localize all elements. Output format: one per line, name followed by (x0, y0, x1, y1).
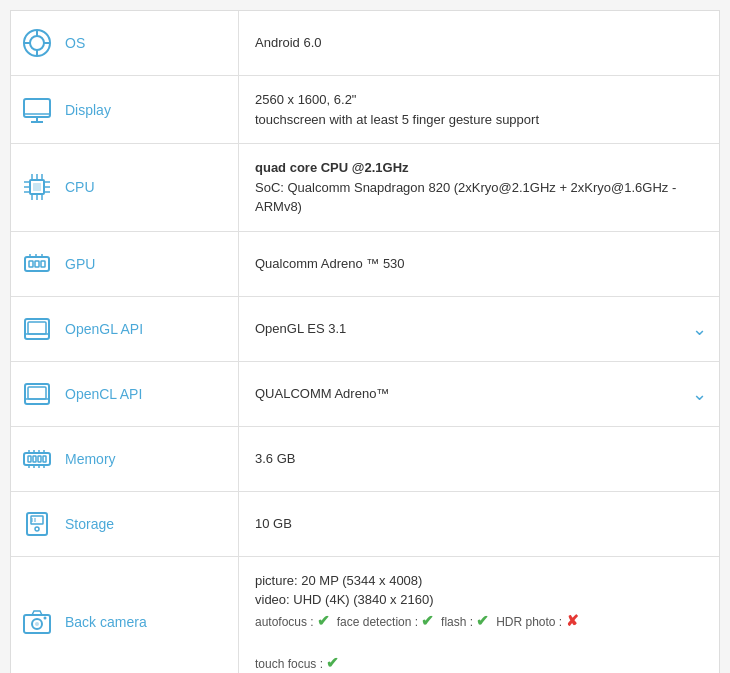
memory-label: Memory (65, 451, 116, 467)
svg-point-57 (35, 622, 39, 626)
svg-rect-40 (38, 456, 41, 462)
gpu-icon (19, 246, 55, 282)
svg-rect-41 (43, 456, 46, 462)
row-storage: Storage 10 GB (11, 492, 719, 557)
row-display: Display 2560 x 1600, 6.2" touchscreen wi… (11, 76, 719, 144)
svg-point-52 (35, 527, 39, 531)
svg-point-1 (30, 36, 44, 50)
spec-left-opencl: OpenCL API (11, 362, 239, 426)
display-icon (19, 92, 55, 128)
cpu-value: quad core CPU @2.1GHz SoC: Qualcomm Snap… (255, 158, 705, 217)
display-label: Display (65, 102, 111, 118)
spec-left-backcamera: Back camera (11, 557, 239, 674)
os-value: Android 6.0 (255, 33, 705, 53)
spec-left-memory: Memory (11, 427, 239, 491)
row-opengl: OpenGL API OpenGL ES 3.1 ⌄ (11, 297, 719, 362)
flash-check: ✔ (476, 612, 489, 629)
spec-right-backcamera: picture: 20 MP (5344 x 4008) video: UHD … (239, 557, 719, 674)
cpu-label: CPU (65, 179, 95, 195)
opencl-label: OpenCL API (65, 386, 142, 402)
os-label: OS (65, 35, 85, 51)
svg-rect-11 (33, 183, 41, 191)
spec-right-opencl[interactable]: QUALCOMM Adreno™ ⌄ (239, 362, 719, 426)
row-backcamera: Back camera picture: 20 MP (5344 x 4008)… (11, 557, 719, 674)
touchfocus-check: ✔ (326, 654, 339, 671)
svg-rect-25 (29, 261, 33, 267)
spec-left-storage: Storage (11, 492, 239, 556)
spec-left-display: Display (11, 76, 239, 143)
row-gpu: GPU Qualcomm Adreno ™ 530 (11, 232, 719, 297)
spec-right-opengl[interactable]: OpenGL ES 3.1 ⌄ (239, 297, 719, 361)
spec-left-gpu: GPU (11, 232, 239, 296)
hdrphoto-cross: ✘ (566, 612, 579, 629)
autofocus-check: ✔ (317, 612, 330, 629)
row-memory: Memory 3.6 GB (11, 427, 719, 492)
svg-rect-32 (28, 322, 46, 334)
memory-value: 3.6 GB (255, 449, 705, 469)
cpu-icon (19, 169, 55, 205)
spec-table: OS Android 6.0 Display 2560 x 1600, 6.2"… (10, 10, 720, 673)
spec-left-os: OS (11, 11, 239, 75)
storage-value: 10 GB (255, 514, 705, 534)
svg-rect-51 (31, 516, 43, 524)
svg-rect-27 (41, 261, 45, 267)
gpu-label: GPU (65, 256, 95, 272)
svg-rect-38 (28, 456, 31, 462)
spec-right-storage: 10 GB (239, 492, 719, 556)
spec-right-os: Android 6.0 (239, 11, 719, 75)
storage-icon (19, 506, 55, 542)
opengl-icon (19, 311, 55, 347)
storage-label: Storage (65, 516, 114, 532)
gpu-value: Qualcomm Adreno ™ 530 (255, 254, 705, 274)
svg-rect-35 (28, 387, 46, 399)
facedetection-check: ✔ (421, 612, 434, 629)
opencl-chevron: ⌄ (692, 380, 707, 407)
display-value: 2560 x 1600, 6.2" touchscreen with at le… (255, 90, 705, 129)
memory-icon (19, 441, 55, 477)
row-os: OS Android 6.0 (11, 11, 719, 76)
spec-left-opengl: OpenGL API (11, 297, 239, 361)
spec-right-cpu: quad core CPU @2.1GHz SoC: Qualcomm Snap… (239, 144, 719, 231)
opengl-value: OpenGL ES 3.1 (255, 319, 705, 339)
row-cpu: CPU quad core CPU @2.1GHz SoC: Qualcomm … (11, 144, 719, 232)
spec-right-memory: 3.6 GB (239, 427, 719, 491)
spec-right-display: 2560 x 1600, 6.2" touchscreen with at le… (239, 76, 719, 143)
opencl-icon (19, 376, 55, 412)
svg-rect-39 (33, 456, 36, 462)
backcamera-value: picture: 20 MP (5344 x 4008) video: UHD … (255, 571, 705, 674)
spec-left-cpu: CPU (11, 144, 239, 231)
opencl-value: QUALCOMM Adreno™ (255, 384, 705, 404)
os-icon (19, 25, 55, 61)
backcamera-icon (19, 604, 55, 640)
row-opencl: OpenCL API QUALCOMM Adreno™ ⌄ (11, 362, 719, 427)
backcamera-label: Back camera (65, 614, 147, 630)
svg-rect-26 (35, 261, 39, 267)
opengl-label: OpenGL API (65, 321, 143, 337)
opengl-chevron: ⌄ (692, 315, 707, 342)
spec-right-gpu: Qualcomm Adreno ™ 530 (239, 232, 719, 296)
svg-point-58 (44, 617, 47, 620)
